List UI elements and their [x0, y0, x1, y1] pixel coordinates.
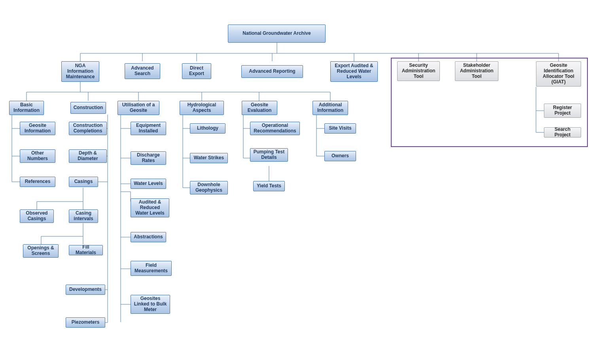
node-security-admin-tool: Security Administration Tool — [397, 61, 440, 81]
node-additional-info: Additional Information — [313, 101, 348, 115]
node-field-measurements: Field Measurements — [131, 261, 172, 276]
node-water-levels: Water Levels — [131, 179, 166, 189]
node-other-numbers: Other Numbers — [20, 149, 55, 163]
node-depth-diameter: Depth & Diameter — [69, 149, 107, 163]
node-giat: Geosite Identification Allocator Tool (G… — [536, 61, 581, 87]
node-export-audited: Export Audited & Reduced Water Levels — [330, 61, 378, 82]
node-water-strikes: Water Strikes — [190, 153, 228, 163]
node-site-visits: Site Visits — [324, 123, 356, 134]
node-direct-export: Direct Export — [182, 63, 211, 79]
node-basic-information: Basic Information — [9, 101, 44, 115]
node-construction: Construction — [70, 102, 106, 114]
node-fill-materials: Fill Materials — [69, 245, 103, 255]
node-register-project: Register Project — [544, 104, 581, 118]
node-casings: Casings — [69, 177, 98, 187]
node-construction-completions: Construction Completions — [69, 122, 107, 135]
node-geosite-information: Geosite Information — [20, 122, 55, 135]
node-search-project: Search Project — [544, 127, 581, 138]
node-geosites-bulk-meter: Geosites Linked to Bulk Meter — [131, 295, 170, 314]
org-chart-root: National Groundwater Archive NGA Informa… — [0, 0, 608, 364]
node-openings-screens: Openings & Screens — [23, 244, 59, 258]
node-developments: Developments — [66, 285, 105, 295]
node-piezometers: Piezometers — [66, 317, 105, 328]
node-lithology: Lithology — [190, 123, 225, 134]
node-stakeholder-admin-tool: Stakeholder Administration Tool — [455, 61, 498, 81]
node-yield-tests: Yield Tests — [253, 181, 285, 191]
node-operational-recommendations: Operational Recommendations — [250, 122, 300, 135]
node-casing-intervals: Casing intervals — [69, 209, 98, 223]
node-equipment-installed: Equipment Installed — [131, 122, 166, 135]
node-references: References — [20, 177, 55, 187]
node-advanced-reporting: Advanced Reporting — [241, 65, 303, 78]
node-audited-reduced-wl: Audited & Reduced Water Levels — [131, 198, 169, 217]
node-downhole-geophysics: Downhole Geophysics — [190, 181, 228, 194]
node-root: National Groundwater Archive — [228, 25, 326, 43]
node-nga-info-maintenance: NGA Information Maintenance — [61, 61, 99, 82]
node-pumping-test-details: Pumping Test Details — [250, 148, 288, 162]
node-owners: Owners — [324, 151, 356, 161]
node-observed-casings: Observed Casings — [20, 209, 54, 223]
node-geosite-evaluation: Geosite Evaluation — [242, 101, 277, 115]
node-advanced-search: Advanced Search — [125, 63, 160, 79]
node-utilisation: Utilisation of a Geosite — [117, 101, 159, 115]
node-abstractions: Abstractions — [131, 232, 166, 242]
node-discharge-rates: Discharge Rates — [131, 151, 166, 165]
node-hydrological: Hydrological Aspects — [180, 101, 224, 115]
